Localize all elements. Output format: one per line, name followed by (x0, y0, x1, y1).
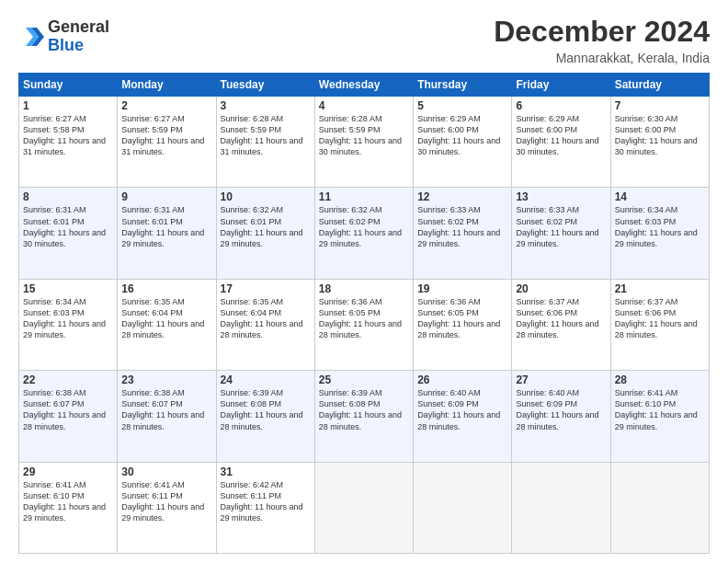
day-number: 29 (23, 465, 113, 478)
day-number: 6 (516, 99, 606, 112)
day-info: Sunrise: 6:34 AMSunset: 6:03 PMDaylight:… (23, 296, 113, 341)
calendar-header: SundayMondayTuesdayWednesdayThursdayFrid… (19, 74, 710, 97)
day-info: Sunrise: 6:35 AMSunset: 6:04 PMDaylight:… (221, 296, 311, 341)
day-number: 26 (417, 373, 507, 386)
day-info: Sunrise: 6:34 AMSunset: 6:03 PMDaylight:… (615, 204, 705, 249)
col-header-friday: Friday (512, 74, 610, 97)
location: Mannarakkat, Kerala, India (494, 51, 710, 65)
logo-text: General Blue (48, 18, 109, 55)
day-number: 16 (121, 282, 211, 295)
day-cell: 16Sunrise: 6:35 AMSunset: 6:04 PMDayligh… (118, 279, 216, 370)
day-number: 14 (615, 190, 705, 203)
day-cell: 23Sunrise: 6:38 AMSunset: 6:07 PMDayligh… (118, 371, 216, 462)
day-cell: 17Sunrise: 6:35 AMSunset: 6:04 PMDayligh… (216, 279, 314, 370)
day-number: 5 (417, 99, 507, 112)
day-cell: 24Sunrise: 6:39 AMSunset: 6:08 PMDayligh… (216, 371, 314, 462)
week-row: 1Sunrise: 6:27 AMSunset: 5:58 PMDaylight… (19, 97, 710, 188)
day-info: Sunrise: 6:36 AMSunset: 6:05 PMDaylight:… (319, 296, 409, 341)
col-header-thursday: Thursday (414, 74, 512, 97)
col-header-wednesday: Wednesday (314, 74, 413, 97)
page: General Blue December 2024 Mannarakkat, … (0, 0, 728, 563)
day-info: Sunrise: 6:28 AMSunset: 5:59 PMDaylight:… (221, 113, 311, 158)
day-info: Sunrise: 6:31 AMSunset: 6:01 PMDaylight:… (23, 204, 113, 249)
day-cell: 29Sunrise: 6:41 AMSunset: 6:10 PMDayligh… (19, 462, 118, 553)
day-info: Sunrise: 6:28 AMSunset: 5:59 PMDaylight:… (319, 113, 409, 158)
day-number: 10 (221, 190, 311, 203)
day-number: 24 (221, 373, 311, 386)
day-cell: 31Sunrise: 6:42 AMSunset: 6:11 PMDayligh… (216, 462, 314, 553)
day-info: Sunrise: 6:31 AMSunset: 6:01 PMDaylight:… (121, 204, 211, 249)
day-info: Sunrise: 6:41 AMSunset: 6:11 PMDaylight:… (121, 479, 211, 524)
day-info: Sunrise: 6:35 AMSunset: 6:04 PMDaylight:… (121, 296, 211, 341)
day-number: 23 (121, 373, 211, 386)
day-cell: 19Sunrise: 6:36 AMSunset: 6:05 PMDayligh… (414, 279, 512, 370)
day-cell: 13Sunrise: 6:33 AMSunset: 6:02 PMDayligh… (512, 188, 610, 279)
day-cell: 20Sunrise: 6:37 AMSunset: 6:06 PMDayligh… (512, 279, 610, 370)
month-title: December 2024 (494, 15, 710, 49)
day-cell: 30Sunrise: 6:41 AMSunset: 6:11 PMDayligh… (118, 462, 216, 553)
logo: General Blue (18, 18, 109, 55)
day-number: 20 (516, 282, 606, 295)
day-cell: 27Sunrise: 6:40 AMSunset: 6:09 PMDayligh… (512, 371, 610, 462)
day-info: Sunrise: 6:32 AMSunset: 6:02 PMDaylight:… (319, 204, 409, 249)
day-info: Sunrise: 6:33 AMSunset: 6:02 PMDaylight:… (516, 204, 606, 249)
week-row: 22Sunrise: 6:38 AMSunset: 6:07 PMDayligh… (19, 371, 710, 462)
day-cell: 8Sunrise: 6:31 AMSunset: 6:01 PMDaylight… (19, 188, 118, 279)
day-cell: 11Sunrise: 6:32 AMSunset: 6:02 PMDayligh… (314, 188, 413, 279)
day-info: Sunrise: 6:29 AMSunset: 6:00 PMDaylight:… (417, 113, 507, 158)
day-number: 9 (121, 190, 211, 203)
day-info: Sunrise: 6:27 AMSunset: 5:59 PMDaylight:… (121, 113, 211, 158)
day-cell (512, 462, 610, 553)
day-number: 2 (121, 99, 211, 112)
col-header-sunday: Sunday (19, 74, 118, 97)
day-number: 15 (23, 282, 113, 295)
day-cell: 5Sunrise: 6:29 AMSunset: 6:00 PMDaylight… (414, 97, 512, 188)
day-cell: 18Sunrise: 6:36 AMSunset: 6:05 PMDayligh… (314, 279, 413, 370)
day-number: 28 (615, 373, 705, 386)
day-number: 30 (121, 465, 211, 478)
calendar-body: 1Sunrise: 6:27 AMSunset: 5:58 PMDaylight… (19, 97, 710, 554)
day-number: 7 (615, 99, 705, 112)
day-info: Sunrise: 6:29 AMSunset: 6:00 PMDaylight:… (516, 113, 606, 158)
day-info: Sunrise: 6:40 AMSunset: 6:09 PMDaylight:… (417, 387, 507, 432)
day-cell: 6Sunrise: 6:29 AMSunset: 6:00 PMDaylight… (512, 97, 610, 188)
day-number: 8 (23, 190, 113, 203)
day-cell: 28Sunrise: 6:41 AMSunset: 6:10 PMDayligh… (610, 371, 709, 462)
week-row: 29Sunrise: 6:41 AMSunset: 6:10 PMDayligh… (19, 462, 710, 553)
day-number: 25 (319, 373, 409, 386)
day-number: 3 (221, 99, 311, 112)
header: General Blue December 2024 Mannarakkat, … (18, 15, 710, 65)
day-cell: 12Sunrise: 6:33 AMSunset: 6:02 PMDayligh… (414, 188, 512, 279)
day-number: 21 (615, 282, 705, 295)
col-header-tuesday: Tuesday (216, 74, 314, 97)
calendar: SundayMondayTuesdayWednesdayThursdayFrid… (18, 73, 710, 554)
day-info: Sunrise: 6:38 AMSunset: 6:07 PMDaylight:… (121, 387, 211, 432)
day-info: Sunrise: 6:40 AMSunset: 6:09 PMDaylight:… (516, 387, 606, 432)
day-cell (314, 462, 413, 553)
day-info: Sunrise: 6:41 AMSunset: 6:10 PMDaylight:… (615, 387, 705, 432)
day-cell: 7Sunrise: 6:30 AMSunset: 6:00 PMDaylight… (610, 97, 709, 188)
day-info: Sunrise: 6:37 AMSunset: 6:06 PMDaylight:… (516, 296, 606, 341)
day-cell (414, 462, 512, 553)
day-cell: 15Sunrise: 6:34 AMSunset: 6:03 PMDayligh… (19, 279, 118, 370)
day-cell: 10Sunrise: 6:32 AMSunset: 6:01 PMDayligh… (216, 188, 314, 279)
day-number: 22 (23, 373, 113, 386)
logo-icon (18, 24, 44, 50)
day-cell: 14Sunrise: 6:34 AMSunset: 6:03 PMDayligh… (610, 188, 709, 279)
day-number: 1 (23, 99, 113, 112)
day-number: 17 (221, 282, 311, 295)
day-info: Sunrise: 6:30 AMSunset: 6:00 PMDaylight:… (615, 113, 705, 158)
day-cell: 4Sunrise: 6:28 AMSunset: 5:59 PMDaylight… (314, 97, 413, 188)
day-info: Sunrise: 6:27 AMSunset: 5:58 PMDaylight:… (23, 113, 113, 158)
title-block: December 2024 Mannarakkat, Kerala, India (494, 15, 710, 65)
day-info: Sunrise: 6:41 AMSunset: 6:10 PMDaylight:… (23, 479, 113, 524)
day-number: 19 (417, 282, 507, 295)
day-cell: 22Sunrise: 6:38 AMSunset: 6:07 PMDayligh… (19, 371, 118, 462)
day-info: Sunrise: 6:32 AMSunset: 6:01 PMDaylight:… (221, 204, 311, 249)
col-header-saturday: Saturday (610, 74, 709, 97)
day-info: Sunrise: 6:39 AMSunset: 6:08 PMDaylight:… (221, 387, 311, 432)
day-number: 11 (319, 190, 409, 203)
day-cell: 2Sunrise: 6:27 AMSunset: 5:59 PMDaylight… (118, 97, 216, 188)
week-row: 15Sunrise: 6:34 AMSunset: 6:03 PMDayligh… (19, 279, 710, 370)
day-info: Sunrise: 6:37 AMSunset: 6:06 PMDaylight:… (615, 296, 705, 341)
